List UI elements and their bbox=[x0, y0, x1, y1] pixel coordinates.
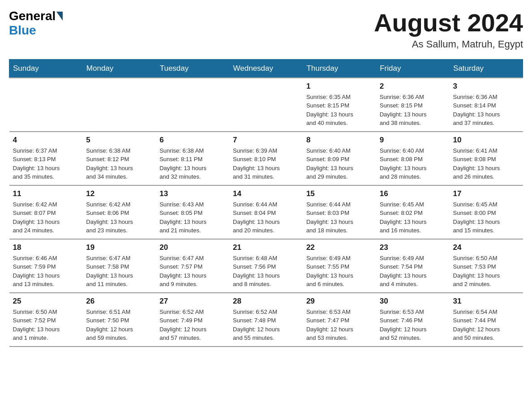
calendar-cell: 23Sunrise: 6:49 AMSunset: 7:54 PMDayligh… bbox=[376, 239, 450, 293]
location-title: As Sallum, Matruh, Egypt bbox=[374, 39, 523, 50]
calendar-cell: 30Sunrise: 6:53 AMSunset: 7:46 PMDayligh… bbox=[376, 293, 450, 347]
day-number: 6 bbox=[159, 136, 226, 145]
calendar-cell: 22Sunrise: 6:49 AMSunset: 7:55 PMDayligh… bbox=[303, 239, 376, 293]
day-info: Sunrise: 6:53 AMSunset: 7:47 PMDaylight:… bbox=[306, 308, 373, 342]
day-number: 26 bbox=[86, 297, 152, 306]
day-info: Sunrise: 6:49 AMSunset: 7:55 PMDaylight:… bbox=[306, 254, 373, 289]
day-number: 16 bbox=[380, 189, 446, 198]
day-number: 28 bbox=[233, 297, 299, 306]
calendar-week-row: 1Sunrise: 6:35 AMSunset: 8:15 PMDaylight… bbox=[9, 78, 523, 132]
day-info: Sunrise: 6:42 AMSunset: 8:07 PMDaylight:… bbox=[13, 200, 79, 235]
calendar-cell: 25Sunrise: 6:50 AMSunset: 7:52 PMDayligh… bbox=[9, 293, 83, 347]
day-number: 17 bbox=[453, 189, 519, 198]
title-section: August 2024 As Sallum, Matruh, Egypt bbox=[374, 9, 523, 50]
day-info: Sunrise: 6:38 AMSunset: 8:12 PMDaylight:… bbox=[86, 146, 152, 181]
day-info: Sunrise: 6:40 AMSunset: 8:09 PMDaylight:… bbox=[306, 146, 373, 181]
day-number: 29 bbox=[306, 297, 373, 306]
calendar-cell: 16Sunrise: 6:45 AMSunset: 8:02 PMDayligh… bbox=[376, 185, 450, 239]
day-info: Sunrise: 6:50 AMSunset: 7:52 PMDaylight:… bbox=[13, 308, 79, 342]
day-number: 25 bbox=[13, 297, 79, 306]
day-number: 19 bbox=[86, 243, 152, 252]
page-header: General Blue August 2024 As Sallum, Matr… bbox=[9, 9, 523, 50]
day-number: 23 bbox=[380, 243, 446, 252]
calendar-week-row: 11Sunrise: 6:42 AMSunset: 8:07 PMDayligh… bbox=[9, 185, 523, 239]
day-info: Sunrise: 6:44 AMSunset: 8:03 PMDaylight:… bbox=[306, 200, 373, 235]
day-info: Sunrise: 6:42 AMSunset: 8:06 PMDaylight:… bbox=[86, 200, 152, 235]
day-number: 1 bbox=[306, 82, 373, 91]
calendar-cell: 29Sunrise: 6:53 AMSunset: 7:47 PMDayligh… bbox=[303, 293, 376, 347]
calendar-header: SundayMondayTuesdayWednesdayThursdayFrid… bbox=[9, 59, 523, 78]
day-info: Sunrise: 6:48 AMSunset: 7:56 PMDaylight:… bbox=[233, 254, 299, 289]
day-info: Sunrise: 6:54 AMSunset: 7:44 PMDaylight:… bbox=[453, 308, 519, 342]
calendar-cell: 2Sunrise: 6:36 AMSunset: 8:15 PMDaylight… bbox=[376, 78, 450, 132]
calendar-week-row: 18Sunrise: 6:46 AMSunset: 7:59 PMDayligh… bbox=[9, 239, 523, 293]
day-number: 18 bbox=[13, 243, 79, 252]
day-number: 15 bbox=[306, 189, 373, 198]
day-info: Sunrise: 6:51 AMSunset: 7:50 PMDaylight:… bbox=[86, 308, 152, 342]
calendar-cell: 19Sunrise: 6:47 AMSunset: 7:58 PMDayligh… bbox=[82, 239, 156, 293]
calendar-cell bbox=[229, 78, 303, 132]
calendar-cell bbox=[156, 78, 229, 132]
logo-triangle-icon bbox=[56, 12, 63, 21]
calendar-cell: 17Sunrise: 6:45 AMSunset: 8:00 PMDayligh… bbox=[450, 185, 523, 239]
day-info: Sunrise: 6:38 AMSunset: 8:11 PMDaylight:… bbox=[159, 146, 226, 181]
day-number: 3 bbox=[453, 82, 519, 91]
day-info: Sunrise: 6:36 AMSunset: 8:14 PMDaylight:… bbox=[453, 93, 519, 128]
calendar-cell: 10Sunrise: 6:41 AMSunset: 8:08 PMDayligh… bbox=[450, 132, 523, 185]
calendar-cell: 4Sunrise: 6:37 AMSunset: 8:13 PMDaylight… bbox=[9, 132, 83, 185]
calendar-cell: 8Sunrise: 6:40 AMSunset: 8:09 PMDaylight… bbox=[303, 132, 376, 185]
day-number: 5 bbox=[86, 136, 152, 145]
day-number: 30 bbox=[380, 297, 446, 306]
calendar-cell: 13Sunrise: 6:43 AMSunset: 8:05 PMDayligh… bbox=[156, 185, 229, 239]
day-number: 4 bbox=[13, 136, 79, 145]
day-number: 27 bbox=[159, 297, 226, 306]
day-number: 24 bbox=[453, 243, 519, 252]
calendar-cell: 11Sunrise: 6:42 AMSunset: 8:07 PMDayligh… bbox=[9, 185, 83, 239]
calendar-cell bbox=[9, 78, 83, 132]
calendar-cell: 9Sunrise: 6:40 AMSunset: 8:08 PMDaylight… bbox=[376, 132, 450, 185]
calendar-cell: 15Sunrise: 6:44 AMSunset: 8:03 PMDayligh… bbox=[303, 185, 376, 239]
calendar-cell: 27Sunrise: 6:52 AMSunset: 7:49 PMDayligh… bbox=[156, 293, 229, 347]
calendar-cell: 7Sunrise: 6:39 AMSunset: 8:10 PMDaylight… bbox=[229, 132, 303, 185]
calendar-week-row: 4Sunrise: 6:37 AMSunset: 8:13 PMDaylight… bbox=[9, 132, 523, 185]
day-number: 31 bbox=[453, 297, 519, 306]
weekday-header-tuesday: Tuesday bbox=[156, 59, 229, 78]
day-number: 21 bbox=[233, 243, 299, 252]
calendar-week-row: 25Sunrise: 6:50 AMSunset: 7:52 PMDayligh… bbox=[9, 293, 523, 347]
day-number: 7 bbox=[233, 136, 299, 145]
day-number: 10 bbox=[453, 136, 519, 145]
calendar-body: 1Sunrise: 6:35 AMSunset: 8:15 PMDaylight… bbox=[9, 78, 523, 347]
day-number: 13 bbox=[159, 189, 226, 198]
month-title: August 2024 bbox=[374, 9, 523, 37]
weekday-header-thursday: Thursday bbox=[303, 59, 376, 78]
calendar-cell: 26Sunrise: 6:51 AMSunset: 7:50 PMDayligh… bbox=[82, 293, 156, 347]
day-number: 22 bbox=[306, 243, 373, 252]
calendar-cell bbox=[82, 78, 156, 132]
calendar-cell: 6Sunrise: 6:38 AMSunset: 8:11 PMDaylight… bbox=[156, 132, 229, 185]
logo-blue-text: Blue bbox=[9, 23, 36, 37]
day-number: 20 bbox=[159, 243, 226, 252]
weekday-header-sunday: Sunday bbox=[9, 59, 83, 78]
day-info: Sunrise: 6:47 AMSunset: 7:57 PMDaylight:… bbox=[159, 254, 226, 289]
calendar-cell: 24Sunrise: 6:50 AMSunset: 7:53 PMDayligh… bbox=[450, 239, 523, 293]
calendar-cell: 20Sunrise: 6:47 AMSunset: 7:57 PMDayligh… bbox=[156, 239, 229, 293]
calendar-cell: 28Sunrise: 6:52 AMSunset: 7:48 PMDayligh… bbox=[229, 293, 303, 347]
day-info: Sunrise: 6:44 AMSunset: 8:04 PMDaylight:… bbox=[233, 200, 299, 235]
day-number: 12 bbox=[86, 189, 152, 198]
day-info: Sunrise: 6:53 AMSunset: 7:46 PMDaylight:… bbox=[380, 308, 446, 342]
logo-general-text: General bbox=[9, 9, 56, 23]
day-info: Sunrise: 6:39 AMSunset: 8:10 PMDaylight:… bbox=[233, 146, 299, 181]
calendar-cell: 18Sunrise: 6:46 AMSunset: 7:59 PMDayligh… bbox=[9, 239, 83, 293]
day-info: Sunrise: 6:41 AMSunset: 8:08 PMDaylight:… bbox=[453, 146, 519, 181]
day-number: 14 bbox=[233, 189, 299, 198]
day-info: Sunrise: 6:43 AMSunset: 8:05 PMDaylight:… bbox=[159, 200, 226, 235]
weekday-header-friday: Friday bbox=[376, 59, 450, 78]
day-number: 11 bbox=[13, 189, 79, 198]
calendar-cell: 3Sunrise: 6:36 AMSunset: 8:14 PMDaylight… bbox=[450, 78, 523, 132]
weekday-header-saturday: Saturday bbox=[450, 59, 523, 78]
calendar-cell: 5Sunrise: 6:38 AMSunset: 8:12 PMDaylight… bbox=[82, 132, 156, 185]
day-info: Sunrise: 6:45 AMSunset: 8:02 PMDaylight:… bbox=[380, 200, 446, 235]
calendar-cell: 31Sunrise: 6:54 AMSunset: 7:44 PMDayligh… bbox=[450, 293, 523, 347]
weekday-header-row: SundayMondayTuesdayWednesdayThursdayFrid… bbox=[9, 59, 523, 78]
day-number: 9 bbox=[380, 136, 446, 145]
